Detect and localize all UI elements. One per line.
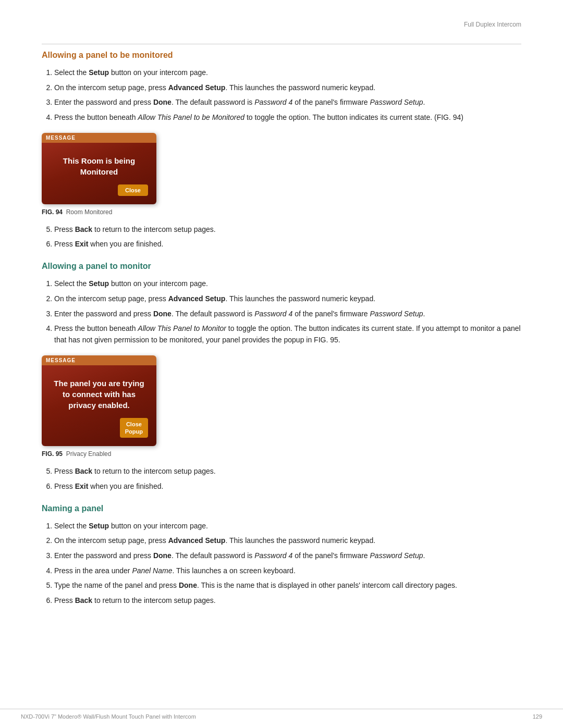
- section1-steps-after: Press Back to return to the intercom set…: [54, 224, 521, 250]
- list-item: Enter the password and press Done. The d…: [54, 550, 521, 562]
- page-container: Full Duplex Intercom Allowing a panel to…: [0, 0, 563, 646]
- message-box-body: This Room is beingMonitored Close: [42, 143, 156, 204]
- section3-steps-list: Select the Setup button on your intercom…: [54, 521, 521, 607]
- section2-steps-list: Select the Setup button on your intercom…: [54, 278, 521, 346]
- message-box-header-95: MESSAGE: [42, 355, 156, 365]
- fig94-label: FIG. 94: [42, 208, 63, 216]
- section-allowing-monitor: Allowing a panel to monitor Select the S…: [42, 262, 521, 492]
- list-item: Press Back to return to the intercom set…: [54, 466, 521, 477]
- list-item: On the intercom setup page, press Advanc…: [54, 293, 521, 305]
- list-item: Press the button beneath Allow This Pane…: [54, 323, 521, 346]
- close-popup-button[interactable]: ClosePopup: [120, 418, 148, 438]
- message-box-text: This Room is beingMonitored: [63, 155, 135, 177]
- footer-left: NXD-700Vi 7" Modero® Wall/Flush Mount To…: [21, 713, 196, 720]
- header-title: Full Duplex Intercom: [464, 21, 521, 28]
- list-item: Press Back to return to the intercom set…: [54, 224, 521, 236]
- list-item: On the intercom setup page, press Advanc…: [54, 82, 521, 94]
- list-item: Select the Setup button on your intercom…: [54, 521, 521, 532]
- close-button[interactable]: Close: [118, 184, 148, 196]
- fig95-caption: FIG. 95 Privacy Enabled: [42, 450, 521, 458]
- list-item: Select the Setup button on your intercom…: [54, 67, 521, 79]
- fig95-text: Privacy Enabled: [66, 450, 112, 458]
- list-item: On the intercom setup page, press Advanc…: [54, 535, 521, 547]
- message-box-header: MESSAGE: [42, 133, 156, 143]
- message-box-95: MESSAGE The panel you are tryingto conne…: [42, 355, 156, 447]
- list-item: Enter the password and press Done. The d…: [54, 97, 521, 108]
- fig94-text: Room Monitored: [66, 208, 113, 216]
- list-item: Press Exit when you are finished.: [54, 239, 521, 250]
- section1-steps-list: Select the Setup button on your intercom…: [54, 67, 521, 124]
- list-item: Press in the area under Panel Name. This…: [54, 565, 521, 577]
- list-item: Press Back to return to the intercom set…: [54, 595, 521, 607]
- fig95-label: FIG. 95: [42, 450, 63, 458]
- list-item: Enter the password and press Done. The d…: [54, 309, 521, 320]
- message-box-94: MESSAGE This Room is beingMonitored Clos…: [42, 133, 156, 204]
- message-box-body-95: The panel you are tryingto connect with …: [42, 365, 156, 447]
- section3-heading: Naming a panel: [42, 504, 521, 513]
- top-divider: [42, 44, 521, 44]
- footer-right: 129: [533, 713, 542, 720]
- page-footer: NXD-700Vi 7" Modero® Wall/Flush Mount To…: [0, 709, 563, 720]
- section2-heading: Allowing a panel to monitor: [42, 262, 521, 271]
- top-header: Full Duplex Intercom: [42, 21, 521, 28]
- list-item: Press Exit when you are finished.: [54, 481, 521, 492]
- fig94-caption: FIG. 94 Room Monitored: [42, 208, 521, 216]
- list-item: Select the Setup button on your intercom…: [54, 278, 521, 290]
- section-naming-panel: Naming a panel Select the Setup button o…: [42, 504, 521, 607]
- list-item: Type the name of the panel and press Don…: [54, 580, 521, 591]
- section-allowing-monitored: Allowing a panel to be monitored Select …: [42, 51, 521, 250]
- section2-steps-after: Press Back to return to the intercom set…: [54, 466, 521, 492]
- list-item: Press the button beneath Allow This Pane…: [54, 112, 521, 124]
- section1-heading: Allowing a panel to be monitored: [42, 51, 521, 60]
- message-box-text-95: The panel you are tryingto connect with …: [54, 378, 144, 411]
